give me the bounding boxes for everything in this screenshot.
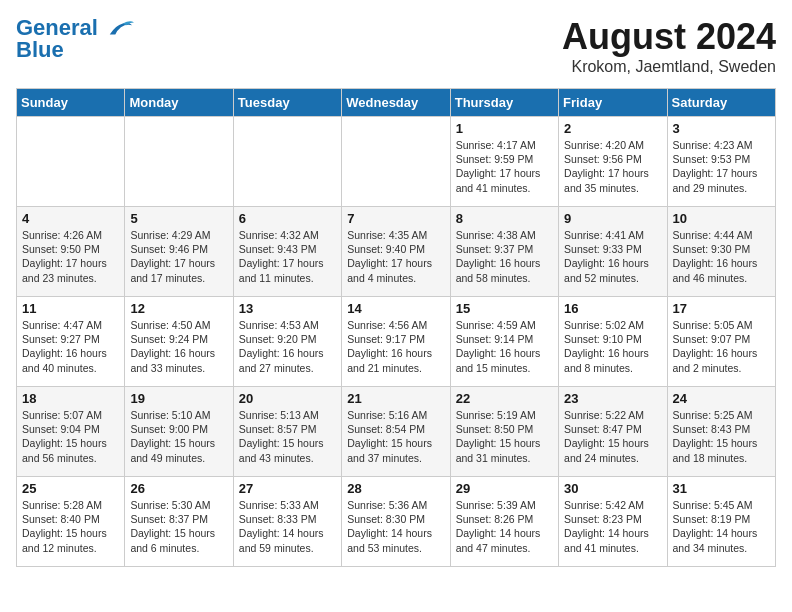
calendar-cell: 3Sunrise: 4:23 AM Sunset: 9:53 PM Daylig… xyxy=(667,117,775,207)
calendar-cell: 28Sunrise: 5:36 AM Sunset: 8:30 PM Dayli… xyxy=(342,477,450,567)
day-info: Sunrise: 4:50 AM Sunset: 9:24 PM Dayligh… xyxy=(130,318,227,375)
day-info: Sunrise: 5:36 AM Sunset: 8:30 PM Dayligh… xyxy=(347,498,444,555)
calendar-cell xyxy=(17,117,125,207)
day-info: Sunrise: 5:07 AM Sunset: 9:04 PM Dayligh… xyxy=(22,408,119,465)
day-number: 12 xyxy=(130,301,227,316)
calendar-cell: 25Sunrise: 5:28 AM Sunset: 8:40 PM Dayli… xyxy=(17,477,125,567)
day-number: 20 xyxy=(239,391,336,406)
day-info: Sunrise: 4:41 AM Sunset: 9:33 PM Dayligh… xyxy=(564,228,661,285)
title-area: August 2024 Krokom, Jaemtland, Sweden xyxy=(562,16,776,76)
calendar-cell: 18Sunrise: 5:07 AM Sunset: 9:04 PM Dayli… xyxy=(17,387,125,477)
day-info: Sunrise: 5:33 AM Sunset: 8:33 PM Dayligh… xyxy=(239,498,336,555)
week-row-1: 1Sunrise: 4:17 AM Sunset: 9:59 PM Daylig… xyxy=(17,117,776,207)
week-row-3: 11Sunrise: 4:47 AM Sunset: 9:27 PM Dayli… xyxy=(17,297,776,387)
calendar-cell: 7Sunrise: 4:35 AM Sunset: 9:40 PM Daylig… xyxy=(342,207,450,297)
week-row-2: 4Sunrise: 4:26 AM Sunset: 9:50 PM Daylig… xyxy=(17,207,776,297)
day-info: Sunrise: 5:45 AM Sunset: 8:19 PM Dayligh… xyxy=(673,498,770,555)
day-info: Sunrise: 4:29 AM Sunset: 9:46 PM Dayligh… xyxy=(130,228,227,285)
calendar-cell: 29Sunrise: 5:39 AM Sunset: 8:26 PM Dayli… xyxy=(450,477,558,567)
calendar-cell: 21Sunrise: 5:16 AM Sunset: 8:54 PM Dayli… xyxy=(342,387,450,477)
day-number: 6 xyxy=(239,211,336,226)
calendar-cell: 1Sunrise: 4:17 AM Sunset: 9:59 PM Daylig… xyxy=(450,117,558,207)
day-info: Sunrise: 4:26 AM Sunset: 9:50 PM Dayligh… xyxy=(22,228,119,285)
day-number: 25 xyxy=(22,481,119,496)
day-number: 30 xyxy=(564,481,661,496)
day-number: 4 xyxy=(22,211,119,226)
day-info: Sunrise: 5:13 AM Sunset: 8:57 PM Dayligh… xyxy=(239,408,336,465)
calendar-cell xyxy=(342,117,450,207)
calendar-cell: 23Sunrise: 5:22 AM Sunset: 8:47 PM Dayli… xyxy=(559,387,667,477)
weekday-header-sunday: Sunday xyxy=(17,89,125,117)
day-info: Sunrise: 5:16 AM Sunset: 8:54 PM Dayligh… xyxy=(347,408,444,465)
week-row-4: 18Sunrise: 5:07 AM Sunset: 9:04 PM Dayli… xyxy=(17,387,776,477)
day-info: Sunrise: 5:30 AM Sunset: 8:37 PM Dayligh… xyxy=(130,498,227,555)
calendar-cell: 30Sunrise: 5:42 AM Sunset: 8:23 PM Dayli… xyxy=(559,477,667,567)
day-info: Sunrise: 5:42 AM Sunset: 8:23 PM Dayligh… xyxy=(564,498,661,555)
calendar-cell: 12Sunrise: 4:50 AM Sunset: 9:24 PM Dayli… xyxy=(125,297,233,387)
week-row-5: 25Sunrise: 5:28 AM Sunset: 8:40 PM Dayli… xyxy=(17,477,776,567)
day-number: 3 xyxy=(673,121,770,136)
day-number: 11 xyxy=(22,301,119,316)
weekday-header-friday: Friday xyxy=(559,89,667,117)
day-info: Sunrise: 4:47 AM Sunset: 9:27 PM Dayligh… xyxy=(22,318,119,375)
day-number: 15 xyxy=(456,301,553,316)
calendar-cell: 17Sunrise: 5:05 AM Sunset: 9:07 PM Dayli… xyxy=(667,297,775,387)
day-number: 31 xyxy=(673,481,770,496)
location: Krokom, Jaemtland, Sweden xyxy=(562,58,776,76)
day-info: Sunrise: 5:39 AM Sunset: 8:26 PM Dayligh… xyxy=(456,498,553,555)
day-info: Sunrise: 4:17 AM Sunset: 9:59 PM Dayligh… xyxy=(456,138,553,195)
day-number: 16 xyxy=(564,301,661,316)
page-header: General Blue August 2024 Krokom, Jaemtla… xyxy=(16,16,776,76)
calendar-cell: 24Sunrise: 5:25 AM Sunset: 8:43 PM Dayli… xyxy=(667,387,775,477)
calendar-cell: 10Sunrise: 4:44 AM Sunset: 9:30 PM Dayli… xyxy=(667,207,775,297)
weekday-header-thursday: Thursday xyxy=(450,89,558,117)
calendar-cell: 11Sunrise: 4:47 AM Sunset: 9:27 PM Dayli… xyxy=(17,297,125,387)
day-number: 23 xyxy=(564,391,661,406)
day-number: 14 xyxy=(347,301,444,316)
logo: General Blue xyxy=(16,16,134,63)
calendar-cell xyxy=(233,117,341,207)
day-info: Sunrise: 5:25 AM Sunset: 8:43 PM Dayligh… xyxy=(673,408,770,465)
day-number: 27 xyxy=(239,481,336,496)
day-number: 29 xyxy=(456,481,553,496)
day-info: Sunrise: 4:32 AM Sunset: 9:43 PM Dayligh… xyxy=(239,228,336,285)
day-info: Sunrise: 4:38 AM Sunset: 9:37 PM Dayligh… xyxy=(456,228,553,285)
day-number: 18 xyxy=(22,391,119,406)
calendar-cell: 8Sunrise: 4:38 AM Sunset: 9:37 PM Daylig… xyxy=(450,207,558,297)
calendar-cell: 20Sunrise: 5:13 AM Sunset: 8:57 PM Dayli… xyxy=(233,387,341,477)
day-info: Sunrise: 5:22 AM Sunset: 8:47 PM Dayligh… xyxy=(564,408,661,465)
day-info: Sunrise: 4:59 AM Sunset: 9:14 PM Dayligh… xyxy=(456,318,553,375)
weekday-header-tuesday: Tuesday xyxy=(233,89,341,117)
calendar-cell: 15Sunrise: 4:59 AM Sunset: 9:14 PM Dayli… xyxy=(450,297,558,387)
day-info: Sunrise: 5:19 AM Sunset: 8:50 PM Dayligh… xyxy=(456,408,553,465)
calendar-cell: 19Sunrise: 5:10 AM Sunset: 9:00 PM Dayli… xyxy=(125,387,233,477)
calendar-cell: 2Sunrise: 4:20 AM Sunset: 9:56 PM Daylig… xyxy=(559,117,667,207)
day-info: Sunrise: 4:53 AM Sunset: 9:20 PM Dayligh… xyxy=(239,318,336,375)
day-number: 19 xyxy=(130,391,227,406)
day-info: Sunrise: 5:10 AM Sunset: 9:00 PM Dayligh… xyxy=(130,408,227,465)
day-info: Sunrise: 4:20 AM Sunset: 9:56 PM Dayligh… xyxy=(564,138,661,195)
day-number: 24 xyxy=(673,391,770,406)
calendar-cell: 16Sunrise: 5:02 AM Sunset: 9:10 PM Dayli… xyxy=(559,297,667,387)
day-number: 5 xyxy=(130,211,227,226)
calendar-cell: 5Sunrise: 4:29 AM Sunset: 9:46 PM Daylig… xyxy=(125,207,233,297)
day-number: 1 xyxy=(456,121,553,136)
day-info: Sunrise: 5:02 AM Sunset: 9:10 PM Dayligh… xyxy=(564,318,661,375)
day-number: 21 xyxy=(347,391,444,406)
calendar-cell xyxy=(125,117,233,207)
calendar-cell: 26Sunrise: 5:30 AM Sunset: 8:37 PM Dayli… xyxy=(125,477,233,567)
weekday-header-monday: Monday xyxy=(125,89,233,117)
day-number: 13 xyxy=(239,301,336,316)
day-number: 28 xyxy=(347,481,444,496)
weekday-header-saturday: Saturday xyxy=(667,89,775,117)
calendar-cell: 4Sunrise: 4:26 AM Sunset: 9:50 PM Daylig… xyxy=(17,207,125,297)
day-info: Sunrise: 4:44 AM Sunset: 9:30 PM Dayligh… xyxy=(673,228,770,285)
month-title: August 2024 xyxy=(562,16,776,58)
day-number: 10 xyxy=(673,211,770,226)
day-number: 9 xyxy=(564,211,661,226)
day-number: 26 xyxy=(130,481,227,496)
day-number: 7 xyxy=(347,211,444,226)
weekday-header-wednesday: Wednesday xyxy=(342,89,450,117)
calendar-cell: 22Sunrise: 5:19 AM Sunset: 8:50 PM Dayli… xyxy=(450,387,558,477)
calendar-cell: 13Sunrise: 4:53 AM Sunset: 9:20 PM Dayli… xyxy=(233,297,341,387)
